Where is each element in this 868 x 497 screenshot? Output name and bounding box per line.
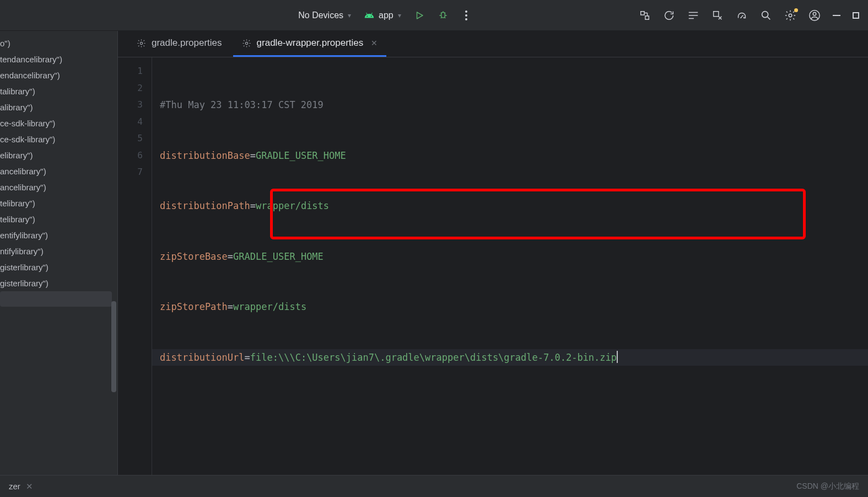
main: o") tendancelibrary") endancelibrary") t…	[0, 31, 868, 475]
elephant-icon[interactable]	[736, 9, 748, 22]
line-number: 7	[118, 164, 152, 181]
device-selector-label: No Devices	[298, 10, 343, 20]
text-cursor	[617, 351, 618, 363]
gear-icon	[242, 39, 251, 48]
minimize-window-icon[interactable]	[833, 15, 840, 16]
editor-tabs: gradle.properties gradle-wrapper.propert…	[118, 31, 868, 57]
tree-item[interactable]: o")	[0, 35, 117, 51]
line-number: 5	[118, 130, 152, 147]
line-number: 3	[118, 97, 152, 114]
more-icon[interactable]	[462, 10, 471, 20]
run-config-label: app	[379, 10, 393, 20]
run-icon[interactable]	[414, 10, 424, 20]
chevron-down-icon: ▾	[348, 12, 351, 19]
chevron-down-icon: ▾	[398, 12, 401, 19]
close-icon[interactable]: ✕	[26, 482, 33, 491]
code-key: zipStoreBase	[160, 251, 228, 262]
code-key: distributionPath	[160, 200, 250, 211]
tab-label: gradle.properties	[152, 38, 222, 49]
statusbar: zer ✕ CSDN @小北编程	[0, 475, 868, 497]
tab-gradle-properties[interactable]: gradle.properties	[128, 31, 231, 57]
code-content[interactable]: #Thu May 23 11:03:17 CST 2019 distributi…	[152, 57, 868, 475]
tree-item[interactable]: gisterlibrary")	[0, 259, 117, 275]
tab-gradle-wrapper-properties[interactable]: gradle-wrapper.properties ✕	[233, 31, 387, 57]
gear-icon	[137, 39, 146, 48]
line-number: 6	[118, 147, 152, 164]
tree-item[interactable]: ancelibrary")	[0, 163, 117, 179]
tree-item[interactable]: talibrary")	[0, 83, 117, 99]
line-number: 2	[118, 80, 152, 97]
tree-item[interactable]: endancelibrary")	[0, 67, 117, 83]
code-value: wrapper/dists	[233, 301, 306, 312]
code-area[interactable]: 1 2 3 4 5 6 7 #Thu May 23 11:03:17 CST 2…	[118, 57, 868, 475]
code-value: file:\\\C:\Users\jian7\.gradle\wrapper\d…	[250, 352, 617, 363]
editor: gradle.properties gradle-wrapper.propert…	[118, 31, 868, 475]
debug-icon[interactable]	[438, 10, 449, 21]
svg-point-3	[813, 12, 816, 15]
svg-point-5	[245, 42, 247, 44]
code-with-me-icon[interactable]	[639, 9, 651, 22]
maximize-window-icon[interactable]	[853, 12, 859, 19]
run-config-selector[interactable]: app ▾	[364, 10, 401, 20]
toolbar: No Devices ▾ app ▾	[0, 0, 868, 31]
tree-item[interactable]: telibrary")	[0, 195, 117, 211]
tree-item[interactable]: elibrary")	[0, 147, 117, 163]
watermark: CSDN @小北编程	[796, 482, 859, 491]
code-value: GRADLE_USER_HOME	[256, 150, 346, 161]
code-comment: #Thu May 23 11:03:17 CST 2019	[160, 99, 324, 110]
tree-item[interactable]: ntifylibrary")	[0, 243, 117, 259]
code-key: zipStorePath	[160, 301, 228, 312]
inspect-icon[interactable]	[711, 9, 724, 22]
tree-item[interactable]: ce-sdk-library")	[0, 115, 117, 131]
scrollbar-thumb[interactable]	[111, 301, 116, 392]
device-selector[interactable]: No Devices ▾	[298, 10, 351, 20]
svg-point-0	[762, 11, 768, 17]
line-number: 4	[118, 114, 152, 131]
code-key: distributionBase	[160, 150, 250, 161]
tree-item[interactable]: ancelibrary")	[0, 179, 117, 195]
tree-item[interactable]: gisterlibrary")	[0, 275, 117, 291]
close-icon[interactable]: ✕	[371, 39, 378, 47]
reload-icon[interactable]	[663, 9, 675, 22]
layout-icon[interactable]	[687, 9, 699, 22]
code-value: GRADLE_USER_HOME	[233, 251, 324, 262]
status-text: zer	[9, 482, 20, 491]
gutter: 1 2 3 4 5 6 7	[118, 57, 152, 475]
account-icon[interactable]	[808, 9, 821, 22]
tree-item[interactable]: tendancelibrary")	[0, 51, 117, 67]
project-sidebar[interactable]: o") tendancelibrary") endancelibrary") t…	[0, 31, 118, 475]
tree-item[interactable]: ce-sdk-library")	[0, 131, 117, 147]
tree-item[interactable]: entifylibrary")	[0, 227, 117, 243]
settings-icon[interactable]	[784, 9, 796, 22]
search-icon[interactable]	[760, 9, 772, 22]
svg-point-4	[140, 42, 142, 44]
tab-label: gradle-wrapper.properties	[257, 38, 364, 49]
android-icon	[364, 10, 374, 20]
tree-item[interactable]: alibrary")	[0, 99, 117, 115]
code-key: distributionUrl	[160, 352, 245, 363]
line-number: 1	[118, 63, 152, 80]
tree-item[interactable]: telibrary")	[0, 211, 117, 227]
svg-point-1	[789, 14, 792, 17]
tree-item-selected[interactable]	[0, 291, 112, 307]
code-value: wrapper/dists	[256, 200, 329, 211]
